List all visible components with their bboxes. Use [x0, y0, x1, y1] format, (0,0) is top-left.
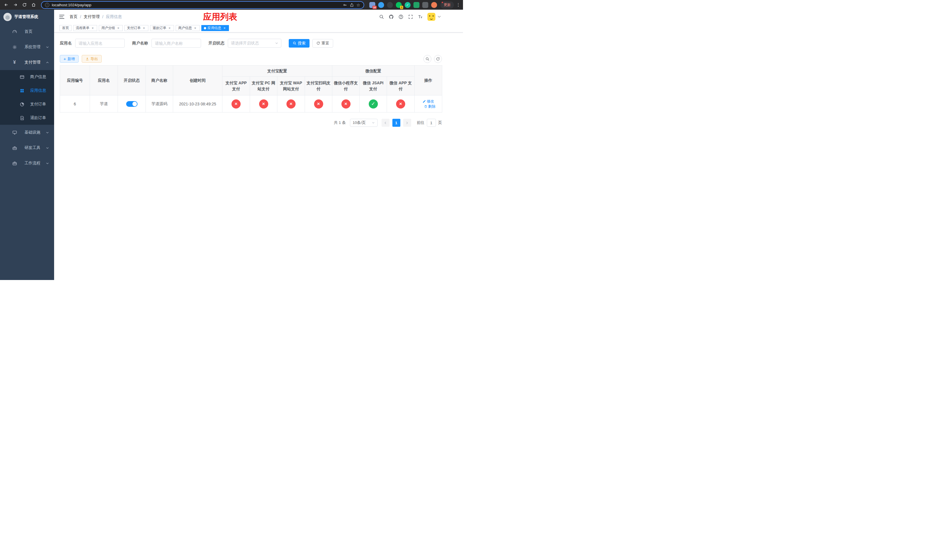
page-size-select[interactable]: 10条/页: [350, 119, 378, 127]
extension-dark-icon[interactable]: [387, 2, 393, 8]
close-icon[interactable]: ×: [117, 26, 120, 30]
col-header-id: 应用编号: [60, 65, 90, 95]
home-icon[interactable]: [30, 2, 37, 8]
font-size-icon[interactable]: [418, 14, 423, 20]
add-button[interactable]: + 新增: [60, 55, 79, 63]
url-text[interactable]: localhost:1024/pay/app: [52, 3, 340, 7]
merchant-name-input[interactable]: [151, 39, 201, 48]
extension-book-icon[interactable]: [413, 2, 419, 8]
close-icon[interactable]: ×: [193, 26, 197, 30]
extension-plugin-icon[interactable]: [422, 2, 428, 8]
search-icon[interactable]: [379, 14, 384, 20]
next-page-button[interactable]: [403, 119, 411, 127]
extension-puzzle-icon[interactable]: 10: [369, 2, 375, 8]
trash-icon: [424, 105, 427, 108]
forward-icon[interactable]: [12, 2, 19, 8]
password-key-icon[interactable]: [343, 3, 347, 7]
breadcrumb-home[interactable]: 首页: [70, 14, 77, 20]
cell-merchant: 芋道源码: [146, 95, 173, 112]
tab-merchant-info[interactable]: 商户信息×: [176, 25, 200, 31]
help-icon[interactable]: [398, 14, 404, 20]
extension-wechat-icon[interactable]: 1: [396, 2, 402, 8]
back-icon[interactable]: [3, 2, 10, 8]
search-icon: [293, 41, 297, 45]
bookmark-star-icon[interactable]: ☆: [357, 3, 360, 7]
chevron-down-icon: [372, 121, 375, 124]
sidebar-item-dev-tools[interactable]: 研发工具: [0, 140, 54, 156]
payment-submenu: 商户信息 应用信息 支付订单 退款订单: [0, 70, 54, 125]
reset-button[interactable]: 重置: [312, 39, 333, 48]
download-icon: [85, 57, 89, 61]
extension-avatar-icon[interactable]: [431, 2, 437, 8]
update-dot-icon: [442, 2, 443, 3]
status-select[interactable]: 请选择开启状态: [228, 39, 281, 48]
sidebar-item-system[interactable]: 系统管理: [0, 39, 54, 55]
close-icon[interactable]: ×: [142, 26, 146, 30]
group-header-wechat: 微信配置: [332, 65, 415, 77]
col-header-alipay-pc: 支付宝 PC 网站支付: [250, 77, 277, 95]
sidebar-item-merchant-info[interactable]: 商户信息: [0, 70, 54, 84]
site-info-icon[interactable]: i: [45, 3, 49, 7]
close-icon[interactable]: ×: [91, 26, 95, 30]
monitor-icon: [11, 130, 18, 135]
show-search-button[interactable]: [424, 55, 431, 63]
edit-link[interactable]: 修改: [422, 99, 434, 104]
grid-icon: [19, 88, 25, 93]
breadcrumb-payment[interactable]: 支付管理: [84, 14, 100, 20]
extension-drop-icon[interactable]: [378, 2, 384, 8]
browser-menu-icon[interactable]: ⋮: [456, 2, 460, 8]
extension-check-icon[interactable]: ✓: [405, 2, 411, 8]
prev-page-button[interactable]: [381, 119, 390, 127]
chevron-down-icon: [46, 162, 49, 165]
tab-user-group[interactable]: 用户分组×: [99, 25, 123, 31]
sidebar-item-infra[interactable]: 基础设施: [0, 125, 54, 140]
address-bar[interactable]: i localhost:1024/pay/app ☆: [41, 1, 364, 9]
browser-update-button[interactable]: 更新: [440, 2, 454, 9]
page-title: 应用列表: [203, 11, 237, 23]
tab-pay-orders[interactable]: 支付订单×: [124, 25, 148, 31]
jump-page-input[interactable]: [427, 119, 436, 127]
tab-process-form[interactable]: 流程表单×: [73, 25, 97, 31]
close-icon[interactable]: ×: [168, 26, 171, 30]
sidebar-item-app-info[interactable]: 应用信息: [0, 84, 54, 97]
share-icon[interactable]: [350, 3, 354, 7]
reload-icon[interactable]: [21, 2, 28, 8]
tab-app-info[interactable]: 应用信息×: [201, 25, 229, 31]
tabs-bar: 首页 流程表单× 用户分组× 支付订单× 退款订单× 商户信息× 应用信息×: [54, 24, 463, 32]
delete-link[interactable]: 删除: [424, 104, 436, 109]
pagination-total: 共 1 条: [334, 120, 346, 125]
export-button[interactable]: 导出: [82, 55, 101, 63]
github-icon[interactable]: [389, 14, 394, 20]
refresh-table-button[interactable]: [434, 55, 442, 63]
fullscreen-icon[interactable]: [408, 14, 413, 20]
plus-icon: +: [64, 57, 66, 61]
hamburger-icon[interactable]: [59, 15, 64, 19]
breadcrumb: 首页 / 支付管理 / 应用信息: [70, 14, 122, 20]
app-name-input[interactable]: [75, 39, 125, 48]
tab-home[interactable]: 首页: [59, 25, 71, 31]
alipay-app-status-icon: ×: [232, 100, 241, 109]
briefcase-icon: [11, 161, 18, 166]
brand: 芋道管理系统: [0, 10, 54, 24]
sidebar-item-refund-orders[interactable]: 退款订单: [0, 111, 54, 125]
sidebar-item-home[interactable]: 首页: [0, 24, 54, 39]
alipay-pc-status-icon: ×: [259, 100, 268, 109]
close-icon[interactable]: ×: [223, 26, 226, 30]
search-button[interactable]: 搜索: [289, 39, 310, 48]
sidebar: 芋道管理系统 首页 系统管理 ¥ 支付管理: [0, 10, 54, 280]
refresh-icon: [436, 57, 440, 61]
cell-created: 2021-10-23 08:49:25: [173, 95, 222, 112]
yen-icon: ¥: [11, 60, 18, 65]
tab-refund-orders[interactable]: 退款订单×: [150, 25, 174, 31]
col-header-alipay-qr: 支付宝扫码支付: [305, 77, 332, 95]
col-header-merchant: 商户名称: [146, 65, 173, 95]
page-number-1[interactable]: 1: [392, 119, 400, 127]
user-avatar[interactable]: [427, 13, 441, 21]
sidebar-item-payment[interactable]: ¥ 支付管理: [0, 55, 54, 70]
col-header-wx-jsapi: 微信 JSAPI 支付: [360, 77, 387, 95]
browser-toolbar: i localhost:1024/pay/app ☆ 10 1 ✓ 更新 ⋮: [0, 0, 463, 10]
status-toggle[interactable]: [126, 101, 138, 107]
sidebar-item-workflow[interactable]: 工作流程: [0, 156, 54, 171]
sidebar-item-pay-orders[interactable]: 支付订单: [0, 97, 54, 111]
chevron-down-icon: [46, 45, 49, 49]
